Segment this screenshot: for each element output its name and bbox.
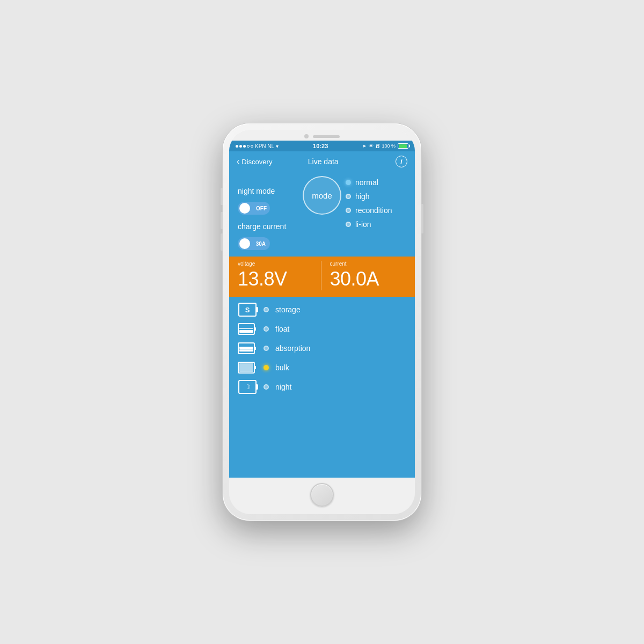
svg-rect-7 [239, 349, 253, 352]
absorption-battery-icon [238, 341, 257, 355]
eye-icon: 👁 [369, 143, 374, 149]
mode-left-panel: night mode OFF charge current 30A [238, 187, 298, 250]
current-box: current 30.0A [321, 261, 407, 290]
voltage-box: voltage 13.8V [238, 261, 321, 290]
stage-storage: S storage [238, 302, 406, 317]
stage-night: ☽ night [238, 379, 406, 394]
night-mode-toggle[interactable]: OFF [238, 202, 298, 215]
camera-dot [304, 134, 309, 138]
signal-dot-3 [243, 145, 246, 148]
info-icon: i [400, 158, 402, 165]
night-icon: ☽ [238, 379, 257, 394]
bulk-icon [238, 360, 257, 375]
mode-option-recondition-label: recondition [355, 206, 392, 215]
signal-dot-1 [236, 145, 238, 148]
svg-rect-1 [254, 327, 256, 331]
mode-center-panel: mode [303, 176, 341, 215]
stage-label-float: float [275, 325, 289, 333]
svg-rect-2 [239, 330, 253, 333]
stage-label-bulk: bulk [275, 363, 289, 372]
stage-dot-bulk [264, 365, 269, 370]
status-time: 10:23 [313, 143, 328, 149]
mode-button[interactable]: mode [303, 176, 341, 215]
signal-dots [236, 145, 253, 148]
crescent-icon: ☽ [245, 383, 251, 391]
nav-bar: ‹ Discovery Live data i [229, 151, 415, 172]
voltage-label: voltage [238, 261, 314, 267]
stage-dot-float [264, 326, 269, 332]
status-left: KPN NL ▾ [236, 143, 279, 149]
stage-float: float [238, 321, 406, 336]
stage-label-absorption: absorption [275, 344, 310, 353]
voltage-value: 13.8V [238, 268, 314, 290]
night-mode-toggle-knob [239, 203, 250, 214]
stages-section: S storage f [229, 297, 415, 478]
phone-top [229, 130, 415, 141]
mode-option-normal[interactable]: normal [346, 178, 378, 187]
mode-option-liion[interactable]: li-ion [346, 220, 371, 229]
current-value: 30.0A [330, 268, 407, 290]
mode-option-liion-label: li-ion [355, 220, 371, 229]
home-button[interactable] [310, 483, 334, 507]
stage-dot-absorption [264, 346, 269, 351]
stage-label-night: night [275, 383, 291, 391]
phone-inner: KPN NL ▾ 10:23 ➤ 👁 B 100 % ‹ [229, 130, 415, 514]
signal-dot-4 [247, 145, 250, 148]
night-mode-toggle-label: OFF [256, 206, 267, 211]
night-mode-label: night mode [238, 187, 298, 195]
info-button[interactable]: i [396, 156, 407, 167]
mode-option-recondition[interactable]: recondition [346, 206, 392, 215]
charge-current-label: charge current [238, 222, 298, 231]
charge-current-toggle-label: 30A [256, 241, 266, 247]
mode-option-high-label: high [355, 192, 369, 201]
battery-fill [399, 144, 407, 148]
voltage-current-section: voltage 13.8V current 30.0A [229, 257, 415, 297]
float-battery-icon [238, 322, 257, 336]
bulk-battery-icon [238, 361, 257, 375]
status-right: ➤ 👁 B 100 % [362, 143, 408, 149]
battery-percent: 100 % [382, 143, 396, 149]
stage-label-storage: storage [275, 305, 301, 314]
speaker-bar [313, 135, 340, 138]
mode-options-panel: normal high recondition li-ion [346, 176, 406, 229]
carrier-label: KPN NL [255, 143, 274, 149]
radio-dot-liion [346, 222, 351, 227]
radio-dot-recondition [346, 208, 351, 213]
signal-dot-5 [251, 145, 253, 148]
nav-title: Live data [251, 157, 396, 166]
signal-dot-2 [239, 145, 242, 148]
back-chevron-icon: ‹ [237, 157, 239, 166]
battery-icon [398, 143, 408, 149]
mode-section: night mode OFF charge current 30A [229, 172, 415, 252]
radio-dot-normal [346, 180, 351, 185]
current-label: current [330, 261, 407, 267]
mode-option-normal-label: normal [355, 178, 378, 187]
storage-icon: S [238, 302, 257, 317]
stage-dot-night [264, 384, 269, 390]
radio-dot-high [346, 194, 351, 199]
stage-absorption: absorption [238, 341, 406, 356]
svg-rect-6 [239, 347, 253, 349]
night-mode-toggle-track[interactable]: OFF [238, 202, 270, 215]
svg-rect-10 [239, 363, 253, 372]
absorption-icon [238, 341, 257, 356]
float-icon [238, 321, 257, 336]
mode-option-high[interactable]: high [346, 192, 369, 201]
charge-current-toggle[interactable]: 30A [238, 237, 298, 250]
mode-label: mode [312, 191, 332, 200]
svg-rect-5 [254, 347, 256, 350]
location-icon: ➤ [362, 143, 367, 149]
phone-bottom [229, 478, 415, 514]
status-bar: KPN NL ▾ 10:23 ➤ 👁 B 100 % [229, 141, 415, 151]
bluetooth-icon: B [376, 143, 379, 149]
screen: KPN NL ▾ 10:23 ➤ 👁 B 100 % ‹ [229, 141, 415, 478]
stage-dot-storage [264, 307, 269, 312]
charge-current-toggle-knob [239, 238, 250, 249]
camera-row [304, 134, 340, 138]
svg-rect-9 [254, 366, 256, 369]
charge-current-toggle-track[interactable]: 30A [238, 237, 270, 250]
phone-frame: KPN NL ▾ 10:23 ➤ 👁 B 100 % ‹ [223, 123, 421, 521]
stage-bulk: bulk [238, 360, 406, 375]
wifi-icon: ▾ [276, 143, 279, 149]
